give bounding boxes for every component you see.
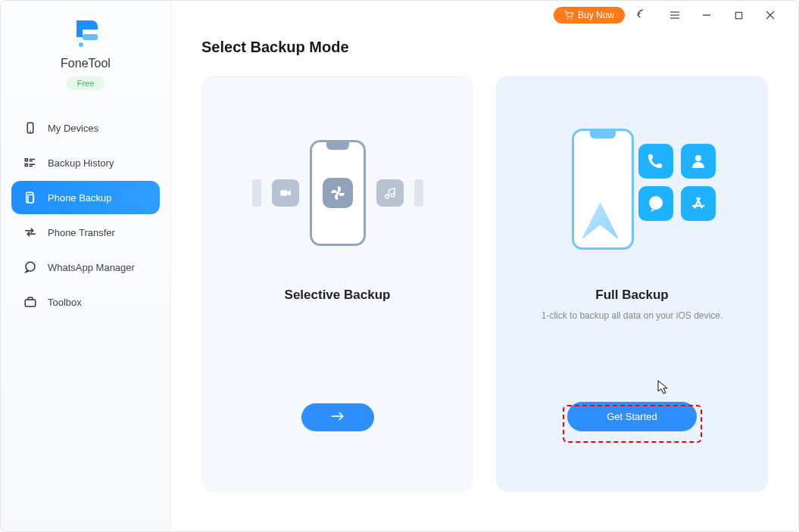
message-app-icon xyxy=(638,186,673,221)
sidebar-item-phone-transfer[interactable]: Phone Transfer xyxy=(11,216,160,249)
sidebar-item-backup-history[interactable]: Backup History xyxy=(11,146,160,179)
brand-name: FoneTool xyxy=(61,57,111,70)
svg-rect-23 xyxy=(280,190,287,196)
sidebar-item-label: My Devices xyxy=(48,123,98,134)
full-backup-title: Full Backup xyxy=(595,288,668,303)
video-icon xyxy=(272,179,299,207)
app-grid-icon xyxy=(638,144,716,221)
nav: My Devices Backup History Phone Backup P… xyxy=(1,104,170,326)
sidebar-item-my-devices[interactable]: My Devices xyxy=(11,111,160,145)
full-illustration xyxy=(511,121,753,265)
svg-point-0 xyxy=(567,18,568,19)
minimize-button[interactable] xyxy=(693,4,720,26)
selective-backup-title: Selective Backup xyxy=(285,288,391,303)
maximize-button[interactable] xyxy=(725,4,752,26)
sidebar-item-toolbox[interactable]: Toolbox xyxy=(11,285,160,319)
contact-app-icon xyxy=(681,144,716,179)
titlebar: Buy Now xyxy=(538,0,799,30)
phone-icon xyxy=(23,121,37,135)
sidebar-item-label: Phone Transfer xyxy=(48,227,115,238)
svg-point-21 xyxy=(26,262,35,271)
sidebar-item-label: WhatsApp Manager xyxy=(48,262,135,273)
sidebar-item-label: Backup History xyxy=(48,157,114,169)
buy-now-label: Buy Now xyxy=(578,10,614,20)
close-button[interactable] xyxy=(757,4,784,26)
toolbox-icon xyxy=(23,295,37,309)
svg-rect-6 xyxy=(735,12,741,18)
phone-app-icon xyxy=(638,144,673,179)
menu-icon[interactable] xyxy=(661,4,688,26)
svg-point-28 xyxy=(695,155,701,161)
get-started-button[interactable]: Get Started xyxy=(567,402,696,431)
sidebar-item-whatsapp-manager[interactable]: WhatsApp Manager xyxy=(11,250,160,284)
chat-icon xyxy=(23,260,37,274)
svg-rect-22 xyxy=(25,300,36,306)
faded-tile-icon xyxy=(414,179,423,207)
backup-icon xyxy=(23,191,37,204)
full-backup-subtitle: 1-click to backup all data on your iOS d… xyxy=(542,310,723,324)
appstore-app-icon xyxy=(681,186,716,221)
sidebar-item-label: Toolbox xyxy=(48,297,82,308)
svg-rect-14 xyxy=(25,164,27,166)
backup-mode-cards: Selective Backup xyxy=(201,76,768,492)
full-backup-card[interactable]: Full Backup 1-click to backup all data o… xyxy=(496,76,768,492)
sidebar-item-label: Phone Backup xyxy=(48,192,112,204)
free-badge: Free xyxy=(67,76,105,90)
selective-backup-card[interactable]: Selective Backup xyxy=(201,76,473,492)
main-content: Select Backup Mode xyxy=(171,1,798,531)
page-title: Select Backup Mode xyxy=(201,39,768,56)
fan-icon xyxy=(323,178,353,208)
swoosh-icon xyxy=(582,202,620,240)
selective-backup-button[interactable] xyxy=(301,403,374,431)
svg-rect-9 xyxy=(83,34,98,40)
app-window: Buy Now FoneTool Free xyxy=(0,0,799,532)
arrow-right-icon xyxy=(330,411,345,422)
brand-logo-icon xyxy=(67,16,104,52)
history-icon xyxy=(23,156,37,170)
music-icon xyxy=(376,179,404,207)
svg-rect-13 xyxy=(25,159,27,161)
transfer-icon xyxy=(23,226,37,239)
svg-point-29 xyxy=(649,196,663,210)
sidebar-item-phone-backup[interactable]: Phone Backup xyxy=(11,181,160,214)
phone-outline-icon xyxy=(310,140,366,246)
phone-outline-icon xyxy=(572,129,634,250)
logo-area: FoneTool Free xyxy=(1,16,170,104)
cart-icon xyxy=(564,11,573,20)
feedback-icon[interactable] xyxy=(629,4,657,26)
buy-now-button[interactable]: Buy Now xyxy=(554,7,625,23)
selective-illustration xyxy=(217,121,458,265)
svg-rect-19 xyxy=(27,192,33,203)
svg-point-10 xyxy=(79,42,83,47)
sidebar: FoneTool Free My Devices Backup History … xyxy=(1,1,171,531)
faded-tile-icon xyxy=(252,179,261,207)
svg-point-1 xyxy=(571,18,572,19)
